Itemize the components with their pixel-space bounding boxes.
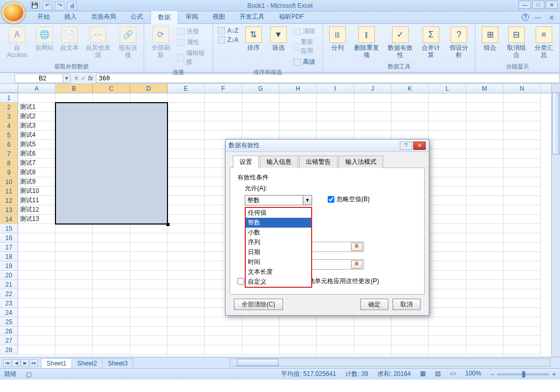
- cell[interactable]: [130, 317, 167, 327]
- cell[interactable]: [130, 289, 167, 299]
- cell[interactable]: [503, 345, 541, 355]
- cell[interactable]: 400: [130, 121, 167, 131]
- zoom-level[interactable]: 100%: [465, 370, 481, 379]
- dropdown-option[interactable]: 时间: [246, 257, 311, 267]
- cell[interactable]: 520: [55, 187, 93, 196]
- cell[interactable]: [167, 177, 205, 187]
- cell[interactable]: [93, 317, 130, 327]
- subtotal-button[interactable]: ≡分类汇总: [531, 25, 556, 60]
- cell[interactable]: [167, 187, 205, 196]
- cell[interactable]: [466, 289, 503, 299]
- col-header[interactable]: L: [429, 84, 466, 93]
- cell[interactable]: [205, 327, 242, 336]
- tab-layout[interactable]: 页面布局: [84, 10, 123, 23]
- cell[interactable]: [167, 233, 205, 243]
- cell[interactable]: [503, 233, 541, 243]
- cell[interactable]: [466, 112, 503, 121]
- cell[interactable]: [167, 317, 205, 327]
- cell[interactable]: [429, 112, 466, 121]
- from-access-button[interactable]: A自 Access: [3, 25, 31, 60]
- minimize-button[interactable]: —: [519, 1, 531, 9]
- remove-dup-button[interactable]: ⫿删除重复项: [351, 25, 383, 60]
- zoom-out-icon[interactable]: −: [491, 371, 494, 378]
- zoom-in-icon[interactable]: +: [552, 371, 556, 378]
- cell[interactable]: [429, 261, 466, 271]
- row-header[interactable]: 17: [0, 243, 18, 252]
- cell[interactable]: 453: [130, 196, 167, 205]
- cell[interactable]: 测试8: [18, 168, 55, 177]
- cell[interactable]: [130, 280, 167, 289]
- cell[interactable]: 651: [93, 112, 130, 121]
- cell[interactable]: 测试10: [18, 187, 55, 196]
- cell[interactable]: [466, 93, 503, 103]
- cell[interactable]: [503, 112, 541, 121]
- cell[interactable]: [429, 140, 466, 149]
- scrollbar-thumb[interactable]: [552, 92, 559, 155]
- cell[interactable]: [429, 168, 466, 177]
- cell[interactable]: [391, 93, 429, 103]
- cell[interactable]: [429, 177, 466, 187]
- cell[interactable]: [466, 103, 503, 112]
- cell[interactable]: [466, 177, 503, 187]
- cell[interactable]: 360: [55, 159, 93, 168]
- cell[interactable]: [354, 121, 391, 131]
- cell[interactable]: [167, 252, 205, 261]
- cell[interactable]: [391, 121, 429, 131]
- col-header[interactable]: B: [55, 84, 93, 93]
- dialog-tab-ime[interactable]: 输入法模式: [339, 156, 383, 168]
- data-validation-button[interactable]: ✓数据有效性: [385, 25, 416, 60]
- cell[interactable]: [55, 271, 93, 280]
- row-header[interactable]: 3: [0, 112, 18, 121]
- cell[interactable]: [466, 308, 503, 317]
- col-header[interactable]: I: [317, 84, 354, 93]
- cell[interactable]: [466, 131, 503, 140]
- cell[interactable]: [167, 93, 205, 103]
- refresh-all-button[interactable]: ⟳全部刷新: [147, 25, 174, 60]
- cancel-button[interactable]: 取消: [393, 299, 421, 310]
- cell[interactable]: [391, 317, 429, 327]
- row-header[interactable]: 6: [0, 140, 18, 149]
- sheet-tab[interactable]: Sheet2: [72, 358, 103, 368]
- cell[interactable]: [429, 252, 466, 261]
- dropdown-option-selected[interactable]: 整数: [246, 218, 311, 228]
- cell[interactable]: [55, 289, 93, 299]
- cell[interactable]: [466, 168, 503, 177]
- cell[interactable]: [205, 317, 242, 327]
- dropdown-option[interactable]: 小数: [246, 228, 311, 237]
- cell[interactable]: [55, 327, 93, 336]
- col-header[interactable]: J: [354, 84, 391, 93]
- row-header[interactable]: 27: [0, 336, 18, 345]
- cell[interactable]: [93, 271, 130, 280]
- cell[interactable]: [503, 140, 541, 149]
- cell[interactable]: [354, 103, 391, 112]
- cell[interactable]: 651: [93, 121, 130, 131]
- cell[interactable]: [167, 168, 205, 177]
- cell[interactable]: 360: [55, 103, 93, 112]
- from-web-button[interactable]: 🌐自网站: [33, 25, 56, 52]
- cell[interactable]: [429, 149, 466, 159]
- cell[interactable]: [167, 308, 205, 317]
- cell[interactable]: [429, 345, 466, 355]
- row-header[interactable]: 8: [0, 159, 18, 168]
- row-header[interactable]: 9: [0, 168, 18, 177]
- cell[interactable]: 测试6: [18, 149, 55, 159]
- edit-links-button[interactable]: 编辑链接: [176, 48, 209, 67]
- sort-az-button[interactable]: A↓Z: [216, 26, 240, 35]
- cell[interactable]: [354, 336, 391, 345]
- tab-view[interactable]: 视图: [205, 10, 232, 23]
- vertical-scrollbar[interactable]: [551, 84, 560, 357]
- cell[interactable]: [466, 336, 503, 345]
- cell[interactable]: [391, 336, 429, 345]
- cell[interactable]: [466, 233, 503, 243]
- sheet-nav-first-icon[interactable]: ⏮: [3, 359, 11, 367]
- cell[interactable]: [354, 112, 391, 121]
- cell[interactable]: [242, 93, 279, 103]
- col-header[interactable]: C: [93, 84, 130, 93]
- cell[interactable]: [503, 289, 541, 299]
- view-break-icon[interactable]: ▭: [450, 370, 456, 379]
- print-icon[interactable]: 🖨: [67, 1, 77, 10]
- cell[interactable]: [167, 205, 205, 215]
- cell[interactable]: [429, 196, 466, 205]
- cell[interactable]: [317, 93, 354, 103]
- cell[interactable]: [317, 317, 354, 327]
